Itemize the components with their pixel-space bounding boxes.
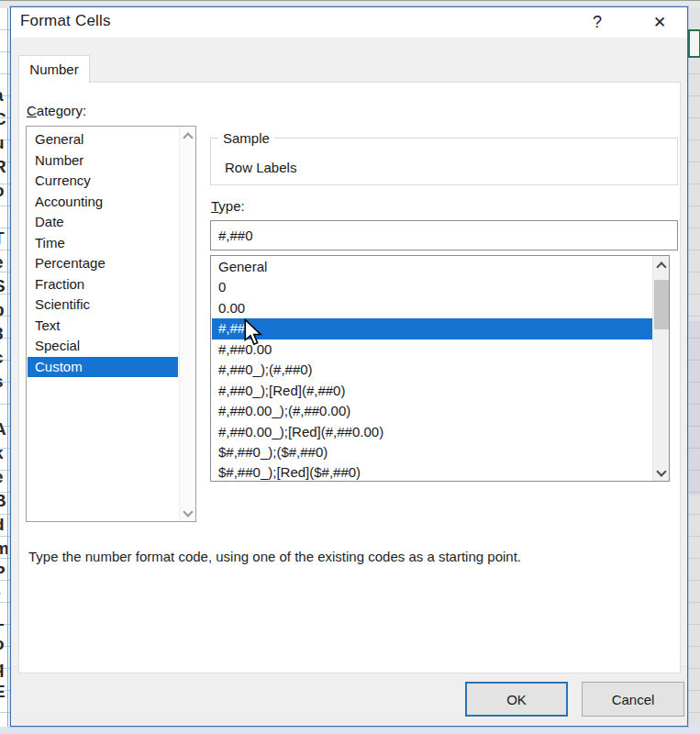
type-scrollbar[interactable] — [652, 256, 669, 481]
worksheet-text-fragment: p — [0, 301, 5, 318]
category-label: Category: — [27, 103, 86, 118]
worksheet-text-fragment: e — [0, 468, 4, 485]
worksheet-background-right — [689, 8, 700, 734]
dialog-titlebar[interactable]: Format Cells ? ✕ — [11, 7, 687, 38]
type-option[interactable]: #,##0 — [212, 318, 652, 339]
category-item[interactable]: Scientific — [28, 295, 178, 316]
scroll-up-icon[interactable] — [184, 132, 192, 139]
worksheet-text-fragment: e — [0, 253, 4, 271]
worksheet-background-left: aCuRotTeSp3cstAkeBdmPrLoqE — [0, 8, 10, 734]
type-option[interactable]: #,##0.00 — [212, 339, 652, 360]
worksheet-text-fragment: R — [0, 158, 6, 175]
screen: aCuRotTeSp3cstAkeBdmPrLoqE Format Cells … — [0, 0, 700, 734]
sample-groupbox: Sample Row Labels — [210, 138, 678, 185]
type-listbox[interactable]: General00.00#,##0#,##0.00#,##0_);(#,##0)… — [210, 255, 670, 482]
scroll-down-icon[interactable] — [184, 508, 192, 516]
close-icon[interactable]: ✕ — [646, 9, 673, 36]
tab-number-label: Number — [29, 61, 78, 77]
category-scrollbar[interactable] — [179, 127, 195, 521]
worksheet-text-fragment: q — [0, 659, 5, 676]
type-option[interactable]: 0 — [212, 277, 652, 297]
worksheet-active-cell — [688, 29, 700, 58]
ok-button[interactable]: OK — [465, 682, 568, 717]
worksheet-text-fragment: d — [0, 516, 5, 533]
category-item[interactable]: Number — [28, 150, 178, 172]
type-option[interactable]: #,##0.00_);(#,##0.00) — [212, 401, 652, 421]
worksheet-text-fragment: c — [0, 349, 4, 366]
worksheet-text-fragment: m — [0, 539, 9, 557]
type-label: Type: — [211, 198, 245, 214]
help-icon[interactable]: ? — [583, 9, 611, 36]
worksheet-text-fragment: E — [0, 683, 6, 700]
type-option[interactable]: #,##0_);[Red](#,##0) — [212, 381, 652, 401]
category-item[interactable]: Text — [28, 316, 178, 337]
category-item[interactable]: Time — [28, 233, 178, 254]
worksheet-text-fragment: A — [0, 420, 6, 438]
worksheet-text-fragment: s — [0, 373, 4, 390]
worksheet-tinted-cells — [689, 321, 700, 495]
type-option[interactable]: $#,##0_);[Red]($#,##0) — [212, 462, 652, 482]
category-item[interactable]: Fraction — [28, 274, 178, 295]
worksheet-text-fragment: S — [0, 277, 6, 295]
worksheet-text-fragment: a — [0, 86, 4, 104]
category-item[interactable]: Accounting — [28, 192, 178, 213]
type-option[interactable]: #,##0_);(#,##0) — [212, 360, 652, 380]
sample-label: Sample — [218, 130, 274, 146]
category-item[interactable]: General — [28, 129, 178, 150]
type-option[interactable]: #,##0.00_);[Red](#,##0.00) — [212, 422, 652, 442]
category-listbox[interactable]: GeneralNumberCurrencyAccountingDateTimeP… — [26, 126, 196, 522]
cancel-button[interactable]: Cancel — [582, 682, 684, 717]
category-item[interactable]: Currency — [28, 171, 178, 192]
category-item[interactable]: Custom — [28, 357, 178, 378]
worksheet-text-fragment: B — [0, 492, 6, 509]
help-text: Type the number format code, using one o… — [28, 549, 661, 564]
format-cells-dialog: Format Cells ? ✕ Number Category: Genera… — [10, 6, 688, 727]
worksheet-text-fragment: P — [0, 563, 6, 581]
type-option[interactable]: $#,##0_);($#,##0) — [212, 442, 652, 462]
worksheet-text-fragment: o — [0, 182, 5, 199]
dialog-footer: OK Cancel — [11, 666, 687, 726]
number-tab-panel: Category: GeneralNumberCurrencyAccountin… — [18, 82, 681, 673]
worksheet-text-fragment: k — [0, 444, 4, 462]
scroll-down-icon[interactable] — [658, 468, 665, 475]
worksheet-text-fragment: C — [0, 110, 6, 128]
scrollbar-thumb[interactable] — [654, 280, 669, 329]
dialog-title: Format Cells — [20, 12, 111, 30]
type-option[interactable]: General — [212, 257, 652, 277]
scroll-up-icon[interactable] — [658, 261, 665, 269]
type-input[interactable] — [210, 220, 678, 250]
worksheet-background-bottom — [0, 727, 700, 734]
worksheet-text-fragment: o — [0, 635, 5, 652]
sample-value: Row Labels — [225, 160, 296, 175]
category-item[interactable]: Percentage — [28, 253, 178, 274]
tab-number[interactable]: Number — [18, 55, 90, 83]
category-item[interactable]: Date — [28, 212, 178, 233]
worksheet-text-fragment: 3 — [0, 325, 4, 342]
worksheet-text-fragment: L — [0, 611, 5, 628]
category-item[interactable]: Special — [28, 336, 178, 357]
type-option[interactable]: 0.00 — [212, 298, 652, 318]
worksheet-text-fragment: T — [0, 229, 5, 247]
worksheet-text-fragment: u — [0, 134, 5, 151]
